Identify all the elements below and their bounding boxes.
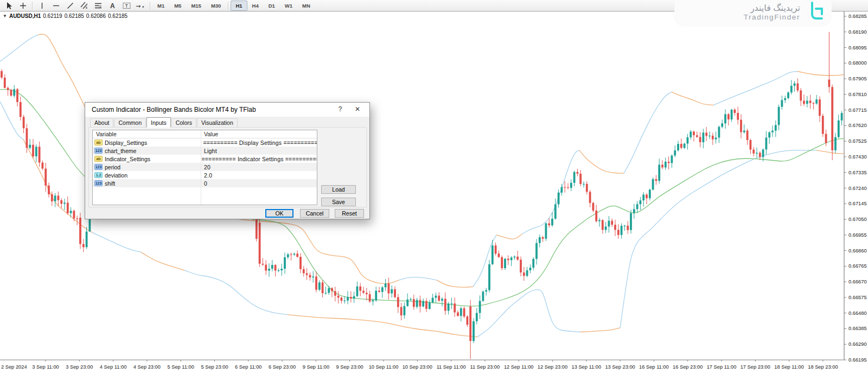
timeframe-d1-button[interactable]: D1 — [264, 1, 280, 11]
variable-cell: 123chart_theme — [93, 148, 201, 154]
help-button[interactable]: ? — [336, 105, 344, 114]
time-axis-label: 12 Sep 23:00 — [538, 364, 567, 370]
type-string-icon: ab — [94, 140, 103, 145]
value-cell[interactable]: 2.0 — [201, 172, 212, 179]
column-divider — [201, 130, 201, 205]
tab-visualization[interactable]: Visualization — [197, 118, 238, 127]
price-axis-label: 0.67335 — [848, 170, 867, 175]
tab-about[interactable]: About — [90, 118, 113, 127]
bollinger-lower-band-blue — [477, 290, 580, 337]
svg-text:⇝: ⇝ — [136, 3, 141, 9]
ohlc-high: 0.62185 — [65, 13, 84, 19]
value-cell[interactable]: 20 — [201, 164, 210, 170]
fibonacci-tool-button[interactable]: F — [91, 1, 105, 11]
table-header: Variable Value — [93, 130, 317, 138]
bollinger-upper-band-orange — [579, 150, 624, 173]
load-button[interactable]: Load — [321, 185, 356, 194]
variable-name: shift — [105, 180, 115, 187]
time-axis-label: 5 Sep 11:00 — [167, 364, 194, 370]
horizontal-line-tool-button[interactable] — [49, 1, 63, 11]
price-axis-label: 0.67620 — [848, 123, 867, 128]
input-row-period[interactable]: 123period20 — [93, 163, 317, 171]
crosshair-tool-button[interactable] — [16, 1, 30, 11]
watermark-title-fa: تریدینگ فایندر — [750, 3, 800, 13]
vertical-line-tool-button[interactable] — [35, 1, 49, 11]
timeframe-m1-button[interactable]: M1 — [152, 1, 169, 11]
type-number-icon: 123 — [94, 164, 103, 170]
dialog-title: Custom Indicator - Bollinger Bands Bicol… — [85, 103, 369, 117]
svg-text:T: T — [125, 3, 128, 9]
tab-common[interactable]: Common — [114, 118, 146, 127]
symbol-dropdown-icon[interactable]: ▼ — [3, 14, 7, 18]
time-axis-label: 6 Sep 11:00 — [235, 364, 261, 370]
tradingfinder-watermark: تریدینگ فایندر TradingFinder — [674, 0, 832, 26]
time-axis-label: 10 Sep 11:00 — [369, 364, 399, 370]
bollinger-upper-band-blue — [624, 92, 672, 173]
value-cell[interactable]: ========== Indicator Settings ========== — [198, 156, 317, 162]
equidistant-channel-tool-button[interactable]: ₤ — [77, 1, 91, 11]
input-row-chart_theme[interactable]: 123chart_themeLight — [93, 147, 317, 155]
timeframe-w1-button[interactable]: W1 — [280, 1, 297, 11]
variable-name: deviation — [105, 172, 127, 179]
input-row-shift[interactable]: 123shift0 — [93, 179, 317, 187]
cursor-tool-button[interactable] — [2, 1, 16, 11]
header-variable: Variable — [93, 131, 201, 137]
price-axis-label: 0.68095 — [848, 45, 867, 50]
reset-button[interactable]: Reset — [335, 209, 364, 218]
time-axis-label: 4 Sep 23:00 — [133, 364, 161, 370]
price-axis-label: 0.66480 — [848, 311, 867, 316]
text-tool-button[interactable]: A — [105, 1, 119, 11]
price-axis-label: 0.68190 — [848, 29, 867, 35]
trendline-tool-button[interactable] — [63, 1, 77, 11]
time-axis-label: 17 Sep 23:00 — [741, 364, 770, 370]
input-row-Indicator_Settings[interactable]: abIndicator_Settings========== Indicator… — [93, 155, 317, 163]
inputs-table: Variable Value abDisplay_Settings=======… — [92, 130, 317, 205]
indicator-dialog: Custom Indicator - Bollinger Bands Bicol… — [85, 102, 370, 219]
input-row-deviation[interactable]: 1.2deviation2.0 — [93, 171, 317, 179]
watermark-title-en: TradingFinder — [744, 13, 800, 22]
timeframe-h1-button[interactable]: H1 — [231, 1, 247, 11]
time-axis-label: 10 Sep 23:00 — [403, 364, 432, 370]
toolbar-separator — [32, 2, 33, 10]
tab-colors[interactable]: Colors — [171, 118, 196, 127]
timeframe-m5-button[interactable]: M5 — [169, 1, 186, 11]
ok-button[interactable]: OK — [265, 209, 293, 218]
save-button[interactable]: Save — [321, 198, 356, 206]
price-axis-label: 0.66670 — [848, 279, 867, 284]
variable-cell: abIndicator_Settings — [93, 156, 198, 162]
time-axis-label: 13 Sep 23:00 — [605, 364, 635, 370]
cancel-button[interactable]: Cancel — [300, 209, 329, 218]
timeframe-h4-button[interactable]: H4 — [247, 1, 264, 11]
variable-cell: abDisplay_Settings — [93, 140, 200, 146]
timeframe-mn-button[interactable]: MN — [297, 1, 315, 11]
toolbar-separator — [150, 2, 150, 10]
timeframe-m15-button[interactable]: M15 — [186, 1, 206, 11]
time-axis-label: 16 Sep 11:00 — [639, 364, 669, 370]
symbol-label: AUDUSD,H1 — [9, 13, 41, 19]
variable-cell: 123period — [93, 164, 201, 170]
close-icon[interactable]: ✕ — [353, 105, 362, 114]
bollinger-lower-band-orange — [141, 252, 184, 270]
header-value: Value — [201, 131, 218, 137]
bollinger-lower-band-blue — [92, 232, 141, 252]
input-row-Display_Settings[interactable]: abDisplay_Settings========== Display Set… — [93, 138, 317, 147]
value-cell[interactable]: 0 — [201, 180, 207, 187]
text-label-tool-button[interactable]: T — [119, 1, 133, 11]
value-cell[interactable]: Light — [201, 148, 217, 154]
variable-cell: 1.2deviation — [93, 172, 201, 179]
time-axis-label: 9 Sep 23:00 — [336, 364, 363, 370]
bollinger-lower-band-orange — [580, 328, 620, 332]
time-axis-label: 11 Sep 23:00 — [470, 364, 500, 370]
value-cell[interactable]: ========== Display Settings ========== — [200, 140, 317, 146]
arrow-objects-tool-button[interactable]: ⇝▾ — [133, 1, 148, 11]
toolbar-separator — [228, 2, 228, 10]
tradingfinder-logo-icon — [806, 1, 824, 24]
time-axis-label: 3 Sep 11:00 — [32, 364, 59, 370]
time-axis-label: 5 Sep 23:00 — [201, 364, 228, 370]
price-axis-label: 0.68285 — [848, 14, 867, 19]
time-axis-label: 6 Sep 23:00 — [269, 364, 296, 370]
tab-inputs[interactable]: Inputs — [146, 117, 171, 128]
timeframe-m30-button[interactable]: M30 — [206, 1, 226, 11]
price-axis-label: 0.66195 — [848, 357, 867, 363]
variable-name: Display_Settings — [105, 140, 147, 146]
